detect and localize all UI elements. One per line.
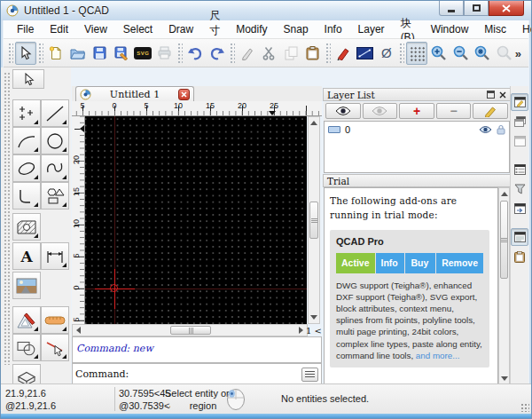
ellipse-tool[interactable] [12, 154, 41, 182]
toolbar-drag-handle[interactable] [325, 43, 331, 64]
line-tool[interactable] [41, 99, 69, 127]
pointer-button[interactable] [15, 42, 37, 65]
vertical-scrollbar[interactable] [308, 116, 320, 324]
polyline-tool[interactable] [12, 182, 41, 210]
auto-zoom-button[interactable] [472, 42, 494, 65]
tab-close-button[interactable] [178, 89, 190, 100]
scroll-up-icon[interactable] [310, 121, 317, 125]
scroll-down-icon[interactable] [501, 376, 508, 381]
measure-tool[interactable] [41, 306, 69, 334]
addon-buy-button[interactable]: Buy [405, 253, 435, 273]
menu-info[interactable]: Info [317, 21, 350, 37]
titlebar[interactable]: Untitled 1 - QCAD [1, 1, 531, 20]
resize-grip[interactable] [520, 403, 529, 412]
toolbar-drag-handle[interactable] [230, 43, 235, 64]
close-button[interactable] [489, 1, 524, 16]
image-tool[interactable] [12, 272, 41, 299]
new-file-button[interactable] [45, 42, 67, 65]
zoom-previous-button[interactable] [493, 42, 515, 65]
layer-lock-icon[interactable] [497, 124, 505, 135]
toggle-property-editor-button[interactable] [511, 93, 528, 111]
toggle-command-panel-button[interactable] [511, 200, 528, 217]
toggle-blank-panel-button[interactable] [511, 132, 528, 150]
scroll-up-icon[interactable] [501, 192, 508, 196]
menu-draw[interactable]: Draw [160, 21, 201, 37]
remove-layer-button[interactable]: − [436, 103, 472, 119]
toolbar-overflow-button[interactable]: » [515, 47, 521, 60]
print-preview-button[interactable] [154, 42, 176, 65]
toolbar-drag-handle[interactable] [8, 43, 13, 64]
redo-button[interactable] [206, 42, 228, 65]
toggle-selection-filter-button[interactable] [511, 180, 528, 198]
scroll-right-icon[interactable] [299, 327, 303, 334]
toggle-block-list-button[interactable] [511, 113, 528, 130]
zoom-out-button[interactable] [450, 42, 472, 65]
scroll-down-icon[interactable] [310, 315, 317, 320]
scrollbar-thumb[interactable] [309, 202, 318, 239]
menu-layer[interactable]: Layer [350, 21, 393, 37]
command-history[interactable]: Command: new [72, 336, 322, 363]
undo-button[interactable] [184, 42, 207, 65]
menu-select[interactable]: Select [115, 21, 160, 37]
menu-help[interactable]: Help [514, 21, 532, 37]
palette-drag-handle[interactable] [4, 72, 10, 365]
command-input[interactable] [129, 367, 301, 383]
addon-active-button[interactable]: Active [336, 253, 375, 273]
layer-visible-eye-icon[interactable] [479, 125, 492, 134]
layer-list-titlebar[interactable]: Layer List [323, 88, 511, 101]
menu-misc[interactable]: Misc [476, 21, 514, 37]
menu-window[interactable]: Window [423, 21, 477, 37]
and-more-link[interactable]: and more... [416, 351, 460, 360]
menu-snap[interactable]: Snap [276, 21, 317, 37]
copy-button[interactable] [280, 42, 302, 65]
trial-titlebar[interactable]: Trial [323, 174, 511, 187]
horizontal-scrollbar[interactable] [72, 324, 308, 336]
cut-button[interactable] [258, 42, 280, 65]
tab-untitled-1[interactable]: Untitled 1 [75, 86, 194, 101]
show-all-layers-button[interactable] [325, 103, 361, 119]
text-tool[interactable]: A [12, 242, 41, 270]
points-tool[interactable] [12, 99, 41, 127]
toggle-list-panel-button[interactable] [511, 161, 528, 178]
toolbar-drag-handle[interactable] [38, 43, 43, 64]
shape-tool[interactable] [41, 182, 69, 210]
dimension-tool[interactable] [41, 242, 69, 270]
menu-file[interactable]: File [9, 21, 42, 37]
command-options-button[interactable] [301, 368, 318, 382]
maximize-button[interactable] [464, 1, 489, 16]
scrollbar-thumb[interactable] [170, 326, 211, 335]
hide-all-layers-button[interactable] [363, 103, 398, 119]
menu-edit[interactable]: Edit [42, 21, 76, 37]
divide-tool[interactable] [41, 334, 69, 361]
hatch-tool[interactable] [12, 213, 41, 241]
minimize-button[interactable] [439, 1, 464, 16]
layer-row[interactable]: 0 [325, 122, 509, 137]
save-button[interactable] [89, 42, 111, 65]
save-as-button[interactable] [111, 42, 133, 65]
add-layer-button[interactable]: + [399, 103, 434, 119]
toolbar-drag-handle[interactable] [177, 43, 183, 64]
svg-export-button[interactable]: SVG [132, 42, 154, 65]
edit-layer-button[interactable] [473, 103, 508, 119]
toggle-clipboard-panel-button[interactable] [511, 248, 528, 265]
erase-button[interactable] [237, 42, 259, 65]
scroll-left-icon[interactable] [76, 327, 81, 334]
drawing-preferences-button[interactable] [354, 42, 376, 65]
edit-shapes-tool[interactable] [12, 334, 41, 361]
menu-view[interactable]: View [76, 21, 115, 37]
selection-pointer-button[interactable] [12, 69, 44, 89]
menu-modify[interactable]: Modify [228, 21, 275, 37]
trial-scrollbar[interactable] [498, 187, 510, 385]
float-panel-icon[interactable] [487, 91, 495, 99]
addon-remove-button[interactable]: Remove [436, 253, 483, 273]
modify-tool[interactable] [12, 306, 41, 334]
addon-info-button[interactable]: Info [376, 253, 405, 273]
toolbar-drag-handle[interactable] [399, 43, 404, 64]
paste-button[interactable] [301, 42, 324, 65]
zoom-in-button[interactable] [427, 42, 450, 65]
toggle-layer-panel-button[interactable] [511, 228, 528, 246]
scrollbar-thumb[interactable] [500, 201, 508, 279]
grid-toggle-button[interactable] [406, 42, 428, 65]
spline-tool[interactable] [41, 154, 69, 182]
arc-tool[interactable] [12, 127, 41, 154]
